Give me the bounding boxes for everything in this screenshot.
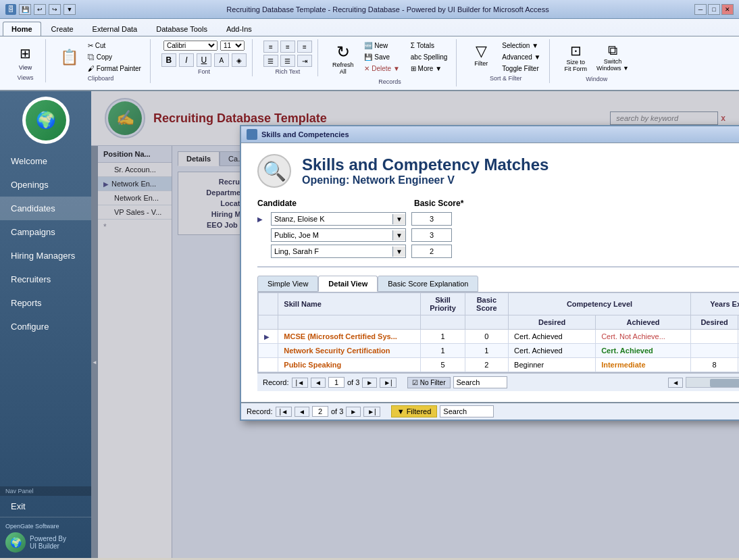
inner-no-filter-button[interactable]: ☑ No Filter (407, 377, 451, 388)
ribbon-tab-database-tools[interactable]: Database Tools (147, 22, 216, 36)
maximize-button[interactable]: □ (708, 4, 720, 15)
modal-icon (247, 129, 257, 140)
size-fit-label: Size toFit Form (564, 59, 587, 72)
window-controls: ─ □ ✕ (694, 4, 734, 15)
inner-nav-current: 1 (328, 377, 345, 388)
candidate-3-score[interactable] (411, 245, 452, 258)
modal-body: 🔍 Skills and Competency Matches Opening:… (241, 143, 739, 402)
ribbon-tabs: Home Create External Data Database Tools… (0, 19, 739, 36)
highlight-button[interactable]: ◈ (232, 53, 247, 67)
bold-button[interactable]: B (161, 53, 176, 67)
skill-row-public-speaking: Public Speaking 5 2 Beginner Intermediat… (259, 358, 740, 372)
advanced-button[interactable]: Advanced ▼ (499, 52, 544, 62)
mcse-comp-achieved: Cert. Not Achieve... (596, 330, 691, 344)
records-right-btns: Σ Totals abc Spelling ⊞ More ▼ (407, 41, 451, 74)
outer-nav-prev[interactable]: ◄ (295, 407, 309, 417)
italic-button[interactable]: I (179, 53, 194, 67)
outer-nav-current: 2 (312, 406, 328, 417)
quick-access-undo[interactable]: ↩ (34, 4, 46, 15)
netsec-skill-name: Network Security Certification (278, 344, 421, 358)
tab-detail-view[interactable]: Detail View (318, 276, 378, 292)
inner-search-field[interactable] (453, 376, 507, 388)
sidebar-item-hiring-managers[interactable]: Hiring Managers (0, 244, 91, 268)
ribbon-group-window: ⊡ Size toFit Form ⧉ SwitchWindows ▼ Wind… (555, 39, 637, 84)
delete-record-button[interactable]: ✕ Delete ▼ (361, 63, 403, 74)
mcse-years-desired (690, 330, 738, 344)
view-button[interactable]: ⊞ View (11, 41, 40, 73)
numbered-list-button[interactable]: ☰ (280, 55, 295, 67)
refresh-all-button[interactable]: ↻ RefreshAll (329, 41, 357, 77)
size-fit-button[interactable]: ⊡ Size toFit Form (561, 41, 590, 74)
outer-nav-next[interactable]: ► (346, 407, 361, 417)
switch-windows-button[interactable]: ⧉ SwitchWindows ▼ (593, 41, 632, 74)
candidate-row-2: Public, Joe M ▼ (257, 228, 739, 242)
paste-button[interactable]: 📋 (57, 47, 82, 68)
outer-nav-first[interactable]: |◄ (276, 407, 292, 417)
pubspeak-priority: 5 (421, 358, 465, 372)
underline-button[interactable]: U (197, 53, 211, 67)
candidate-select-2[interactable]: Public, Joe M ▼ (271, 228, 406, 242)
quick-access-redo[interactable]: ↪ (49, 4, 61, 15)
candidate-1-score[interactable] (411, 212, 452, 226)
horizontal-scrollbar[interactable] (686, 377, 739, 388)
font-family-select[interactable]: Calibri (163, 41, 218, 51)
align-right-button[interactable]: ≡ (297, 41, 312, 53)
sidebar-item-candidates[interactable]: Candidates (0, 197, 91, 220)
copy-button[interactable]: ⿻ Copy (84, 52, 145, 62)
quick-access-save[interactable]: 💾 (19, 4, 31, 15)
candidate-2-dropdown[interactable]: ▼ (392, 230, 405, 240)
format-painter-button[interactable]: 🖌 Format Painter (84, 63, 145, 74)
candidate-2-score[interactable] (411, 228, 452, 242)
more-button[interactable]: ⊞ More ▼ (407, 63, 451, 74)
outer-nav-last[interactable]: ►| (363, 407, 380, 417)
align-left-button[interactable]: ≡ (263, 41, 278, 53)
outer-search-field[interactable] (440, 405, 494, 417)
filtered-button[interactable]: ▼ Filtered (391, 405, 438, 417)
skills-modal: Skills and Competencies ─ □ ✕ 🔍 Skills a… (240, 125, 739, 421)
spelling-button[interactable]: abc Spelling (407, 52, 451, 62)
inner-nav-next[interactable]: ► (362, 378, 377, 388)
new-record-button[interactable]: 🆕 New (361, 41, 403, 51)
font-color-button[interactable]: A (214, 53, 229, 67)
align-center-button[interactable]: ≡ (280, 41, 295, 53)
th2-arrow (259, 315, 278, 330)
minimize-button[interactable]: ─ (694, 4, 707, 15)
tab-simple-view[interactable]: Simple View (257, 276, 318, 292)
tab-basic-score-explanation[interactable]: Basic Score Explanation (378, 276, 478, 292)
sidebar-item-welcome[interactable]: Welcome (0, 149, 91, 173)
close-button[interactable]: ✕ (721, 4, 734, 15)
indent-button[interactable]: ⇥ (297, 55, 312, 67)
bullet-list-button[interactable]: ☰ (263, 55, 278, 67)
inner-nav-first[interactable]: |◄ (292, 378, 309, 388)
candidate-section: Candidate Basic Score* ▶ Stanz, Eloise K… (257, 199, 739, 258)
save-record-button[interactable]: 💾 Save (361, 52, 403, 62)
cut-button[interactable]: ✂ Cut (84, 41, 145, 51)
selection-button[interactable]: Selection ▼ (499, 41, 544, 51)
totals-button[interactable]: Σ Totals (407, 41, 451, 51)
h-scroll-left[interactable]: ◄ (668, 378, 683, 388)
inner-nav-prev[interactable]: ◄ (311, 378, 326, 388)
sidebar-item-reports[interactable]: Reports (0, 291, 91, 315)
sidebar-item-openings[interactable]: Openings (0, 173, 91, 197)
ribbon-tab-add-ins[interactable]: Add-Ins (218, 22, 261, 36)
quick-access-dropdown[interactable]: ▼ (63, 4, 76, 15)
candidate-select-3[interactable]: Ling, Sarah F ▼ (271, 245, 406, 258)
candidate-1-dropdown[interactable]: ▼ (392, 214, 405, 224)
sidebar-item-configure[interactable]: Configure (0, 315, 91, 338)
ribbon-tab-home[interactable]: Home (3, 22, 41, 36)
candidate-select-1[interactable]: Stanz, Eloise K ▼ (271, 212, 406, 226)
sidebar-item-campaigns[interactable]: Campaigns (0, 220, 91, 244)
th2-years-desired: Desired (690, 315, 738, 330)
font-size-select[interactable]: 11 (220, 41, 245, 51)
th2-skill-name (278, 315, 421, 330)
inner-nav-last[interactable]: ►| (380, 378, 397, 388)
ribbon-tab-external-data[interactable]: External Data (84, 22, 147, 36)
mcse-comp-desired: Cert. Achieved (509, 330, 596, 344)
exit-button[interactable]: Exit (0, 496, 91, 517)
sidebar-item-recruiters[interactable]: Recruiters (0, 268, 91, 291)
powered-by: 🌍 Powered ByUI Builder (5, 532, 86, 553)
ribbon-tab-create[interactable]: Create (43, 22, 82, 36)
toggle-filter-button[interactable]: Toggle Filter (499, 63, 544, 74)
candidate-3-dropdown[interactable]: ▼ (392, 247, 405, 257)
filter-button[interactable]: ▽ Filter (467, 41, 494, 74)
